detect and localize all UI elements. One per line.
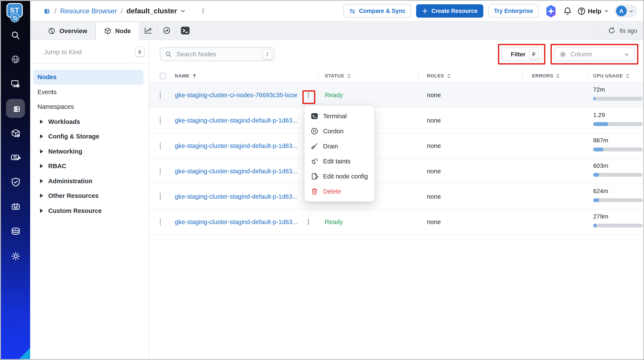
search-nodes-box[interactable]: / — [160, 47, 275, 61]
status-badge: Ready — [325, 92, 343, 99]
menu-item-delete[interactable]: Delete — [304, 184, 374, 199]
create-resource-button[interactable]: Create Resource — [416, 4, 483, 18]
sidebar-item-config-storage[interactable]: Config & Storage — [33, 129, 144, 144]
cpu-bar — [593, 173, 643, 177]
sidebar-item-networking[interactable]: Networking — [33, 144, 144, 159]
table-row[interactable]: gke-staging-cluster-stagind-default-p-1d… — [149, 159, 643, 184]
rail-devices-icon[interactable] — [6, 74, 25, 93]
kbd-shortcut-slash: / — [262, 49, 272, 59]
sidebar-item-rbac[interactable]: RBAC — [33, 159, 144, 174]
chevron-down-icon — [604, 8, 609, 14]
logo-sync-icon — [10, 13, 20, 22]
app-window: ST — [0, 0, 644, 360]
tab-node[interactable]: Node — [96, 21, 139, 40]
rail-assistant-icon[interactable] — [6, 197, 25, 216]
row-kebab-icon[interactable] — [305, 218, 312, 225]
breadcrumb: / Resource Browser / default_cluster — [41, 6, 207, 15]
col-header-status[interactable]: STATUS — [325, 69, 352, 82]
node-name-link[interactable]: gke-staging-cluster-stagind-default-p-1d… — [175, 142, 298, 149]
col-header-roles[interactable]: ROLES — [427, 69, 452, 82]
row-checkbox[interactable] — [160, 117, 161, 124]
help-menu[interactable]: Help — [577, 7, 609, 15]
cpu-value: 72m — [593, 86, 643, 93]
node-name-link[interactable]: gke-staging-cluster-stagind-default-p-1d… — [175, 117, 298, 124]
rail-packages-icon[interactable] — [6, 123, 25, 142]
rail-search-icon[interactable] — [6, 26, 25, 45]
sidebar-item-namespaces[interactable]: Namespaces — [33, 99, 144, 114]
tab-overview[interactable]: Overview — [40, 21, 96, 39]
jump-to-kind-input[interactable] — [43, 47, 130, 56]
rail-data-sync-icon[interactable] — [6, 222, 25, 241]
row-checkbox[interactable] — [160, 168, 161, 175]
sort-both-icon — [556, 73, 561, 78]
resource-sidebar: k Nodes Events Namespaces Workloads Conf… — [30, 40, 149, 359]
sidebar-item-other-resources[interactable]: Other Resources — [33, 188, 144, 203]
sidebar-item-nodes[interactable]: Nodes — [33, 70, 144, 85]
rail-corner-accent — [19, 348, 30, 359]
try-enterprise-button[interactable]: Try Enterprise — [488, 4, 539, 18]
ai-sparkle-icon[interactable] — [544, 4, 558, 17]
table-row[interactable]: gke-staging-cluster-stagind-default-p-1d… — [149, 108, 643, 133]
node-name-link[interactable]: gke-staging-cluster-stagind-default-p-1d… — [175, 193, 298, 200]
col-header-cpu[interactable]: CPU USAGE — [593, 69, 630, 82]
node-name-link[interactable]: gke-staging-cluster-ci-nodes-76693c35-lx… — [175, 92, 297, 99]
rail-cost-icon[interactable] — [6, 148, 25, 167]
select-all-checkbox[interactable] — [160, 69, 166, 82]
roles-value: none — [427, 193, 441, 200]
cluster-selector[interactable]: default_cluster — [126, 7, 186, 15]
cpu-value: 624m — [593, 187, 643, 194]
rail-resource-browser-icon[interactable] — [6, 99, 25, 118]
col-header-name[interactable]: NAME — [175, 69, 197, 82]
search-nodes-input[interactable] — [176, 50, 258, 58]
row-kebab-icon[interactable] — [305, 92, 312, 99]
refresh-control[interactable]: 6s ago — [600, 21, 643, 39]
trash-icon — [310, 187, 318, 195]
cpu-bar — [593, 122, 643, 126]
table-row[interactable]: gke-staging-cluster-stagind-default-p-1d… — [149, 209, 643, 235]
sidebar-item-events[interactable]: Events — [33, 85, 144, 99]
rail-security-icon[interactable] — [6, 173, 25, 191]
sidebar-item-administration[interactable]: Administration — [33, 174, 144, 188]
breadcrumb-separator: / — [54, 7, 56, 15]
app-logo[interactable]: ST — [6, 3, 24, 20]
sidebar-item-workloads[interactable]: Workloads — [33, 114, 144, 129]
rail-global-insights-icon[interactable] — [6, 50, 25, 69]
menu-item-terminal[interactable]: Terminal — [304, 108, 374, 123]
sidebar-item-custom-resource[interactable]: Custom Resource — [33, 203, 144, 218]
compare-sync-button[interactable]: Compare & Sync — [344, 4, 411, 18]
node-name-link[interactable]: gke-staging-cluster-stagind-default-p-1d… — [175, 168, 298, 175]
table-row[interactable]: gke-staging-cluster-stagind-default-p-1d… — [149, 184, 643, 209]
chevron-down-icon — [628, 8, 634, 13]
menu-item-edit-node-config[interactable]: Edit node config — [304, 169, 374, 184]
breadcrumb-kebab-icon[interactable] — [200, 7, 207, 15]
row-checkbox[interactable] — [160, 218, 161, 225]
menu-item-cordon[interactable]: Cordon — [304, 123, 374, 139]
cpu-bar — [593, 97, 643, 101]
cpu-bar — [593, 148, 643, 151]
cluster-breadcrumb-icon — [41, 6, 50, 15]
table-row[interactable]: gke-staging-cluster-stagind-default-p-1d… — [149, 133, 643, 159]
row-checkbox[interactable] — [160, 92, 161, 99]
col-header-errors[interactable]: ERRORS — [532, 69, 561, 82]
jump-to-kind[interactable]: k — [30, 40, 148, 64]
filter-button[interactable]: Filter F — [502, 47, 542, 61]
row-checkbox[interactable] — [160, 142, 161, 149]
notifications-bell-icon[interactable] — [563, 6, 572, 15]
pause-circle-icon — [310, 127, 318, 135]
tab-terminal-icon[interactable] — [176, 21, 194, 39]
table-row[interactable]: gke-staging-cluster-ci-nodes-76693c35-lx… — [149, 83, 643, 108]
tab-gauge-icon[interactable] — [158, 21, 176, 39]
roles-value: none — [427, 117, 441, 124]
tab-metrics-chart-icon[interactable] — [139, 21, 157, 39]
rail-settings-icon[interactable] — [6, 246, 25, 265]
user-menu[interactable]: A — [614, 4, 637, 18]
breadcrumb-resource-browser[interactable]: Resource Browser — [60, 7, 117, 15]
menu-item-drain[interactable]: Drain — [304, 139, 374, 154]
menu-item-edit-taints[interactable]: Edit taints — [304, 154, 374, 169]
breadcrumb-separator-2: / — [120, 7, 122, 15]
node-name-link[interactable]: gke-staging-cluster-stagind-default-p-1d… — [175, 218, 298, 225]
column-select[interactable]: Column — [554, 47, 635, 61]
row-checkbox[interactable] — [160, 193, 161, 200]
cpu-usage-cell: 279m — [593, 213, 643, 227]
sort-both-icon — [625, 73, 630, 78]
